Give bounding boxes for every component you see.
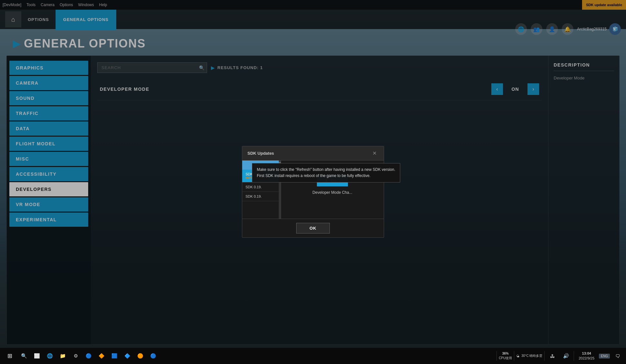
taskbar-network[interactable]: 🖧 [547, 350, 558, 362]
taskbar-cpu: 36% CPU使用 [499, 351, 512, 360]
taskbar-edge[interactable]: 🌐 [44, 350, 56, 362]
status-badge-eng: ENG [599, 354, 610, 359]
taskbar-separator-2 [514, 351, 514, 361]
taskbar-app7[interactable]: 🔵 [147, 350, 159, 362]
taskbar-clock[interactable]: 13:04 2022/9/25 [576, 351, 597, 361]
taskbar-app5[interactable]: 🔷 [121, 350, 133, 362]
modal-header: SDK Updates ✕ [242, 146, 384, 161]
taskbar-separator-4 [574, 351, 574, 361]
taskbar-search[interactable]: 🔍 [18, 350, 30, 362]
tooltip-box: Make sure to click the "Refresh" button … [252, 163, 400, 182]
taskbar-task-view[interactable]: ⬜ [31, 350, 43, 362]
sdk-list-item-1[interactable]: SDK 0.19. [242, 182, 281, 192]
taskbar-speaker[interactable]: 🔊 [560, 350, 572, 362]
modal-close-button[interactable]: ✕ [370, 150, 379, 157]
taskbar-app3[interactable]: 🔶 [96, 350, 107, 362]
taskbar: ⊞ 🔍 ⬜ 🌐 📁 ⚙ 🔵 🔶 🟦 🔷 🟠 🔵 36% CPU使用 🌤 30°C… [0, 348, 626, 364]
taskbar-app6[interactable]: 🟠 [134, 350, 146, 362]
weather-text: 30°C 晴時多雲 [521, 354, 542, 358]
taskbar-separator-3 [544, 351, 545, 361]
taskbar-app2[interactable]: 🔵 [83, 350, 94, 362]
taskbar-app4[interactable]: 🟦 [109, 350, 120, 362]
ok-button[interactable]: OK [296, 223, 330, 234]
taskbar-separator [496, 351, 497, 361]
developer-mode-change-text: Developer Mode Cha... [312, 190, 352, 195]
taskbar-app1[interactable]: ⚙ [70, 350, 81, 362]
sdk-updates-modal: SDK Updates ✕ Refresh SDK 0.19. ownload … [242, 146, 384, 238]
sdk-list-item-2[interactable]: SDK 0.19. [242, 192, 281, 201]
taskbar-notifications[interactable]: 🗨 [612, 350, 623, 362]
taskbar-weather: 🌤 30°C 晴時多雲 [516, 354, 542, 358]
modal-footer: OK [242, 219, 384, 237]
tooltip-text: Make sure to click the "Refresh" button … [257, 167, 395, 178]
modal-title: SDK Updates [247, 151, 274, 156]
taskbar-right: 36% CPU使用 🌤 30°C 晴時多雲 🖧 🔊 13:04 2022/9/2… [496, 350, 623, 362]
start-button[interactable]: ⊞ [3, 349, 17, 363]
taskbar-explorer[interactable]: 📁 [57, 350, 68, 362]
